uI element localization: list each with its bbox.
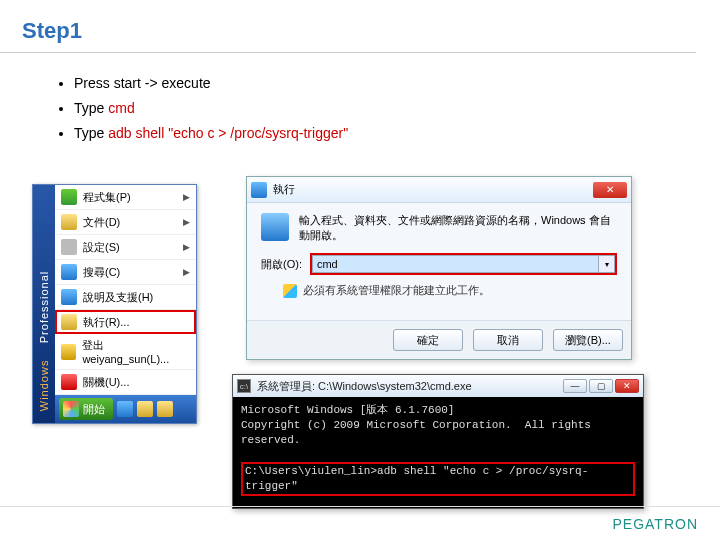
settings-icon [61,239,77,255]
chevron-right-icon: ▶ [183,192,190,202]
instructions: Press start -> execute Type cmd Type adb… [0,53,720,147]
cmd-title: 系統管理員: C:\Windows\system32\cmd.exe [257,379,472,394]
run-titlebar: 執行 ✕ [247,177,631,203]
close-button[interactable]: ✕ [615,379,639,393]
minimize-button[interactable]: — [563,379,587,393]
menu-item-programs[interactable]: 程式集(P)▶ [55,185,196,210]
chevron-right-icon: ▶ [183,267,190,277]
page-title: Step1 [0,0,696,53]
brand-logo: PEGATRON [612,516,698,532]
menu-item-shutdown[interactable]: 關機(U)... [55,370,196,395]
close-button[interactable]: ✕ [593,182,627,198]
instruction-1: Press start -> execute [74,71,720,96]
run-dialog-icon [251,182,267,198]
cmd-icon: c:\ [237,379,251,393]
dropdown-button[interactable]: ▾ [599,255,615,273]
run-app-icon [261,213,289,241]
menu-item-search[interactable]: 搜尋(C)▶ [55,260,196,285]
start-menu-banner: Windows Professional [33,185,55,423]
cancel-button[interactable]: 取消 [473,329,543,351]
browse-button[interactable]: 瀏覽(B)... [553,329,623,351]
taskbar-app-icon[interactable] [137,401,153,417]
start-menu: Windows Professional 程式集(P)▶ 文件(D)▶ 設定(S… [32,184,197,424]
menu-item-settings[interactable]: 設定(S)▶ [55,235,196,260]
taskbar-app-icon[interactable] [117,401,133,417]
cmd-input-highlight: C:\Users\yiulen_lin>adb shell "echo c > … [241,462,635,496]
chevron-right-icon: ▶ [183,217,190,227]
chevron-right-icon: ▶ [183,242,190,252]
shutdown-icon [61,374,77,390]
menu-item-documents[interactable]: 文件(D)▶ [55,210,196,235]
menu-item-help[interactable]: 說明及支援(H) [55,285,196,310]
taskbar-app-icon[interactable] [157,401,173,417]
open-input[interactable] [312,255,599,273]
footer: PEGATRON [0,506,720,540]
run-dialog: 執行 ✕ 輸入程式、資料夾、文件或網際網路資源的名稱，Windows 會自動開啟… [246,176,632,360]
taskbar: 開始 [55,395,196,423]
ok-button[interactable]: 確定 [393,329,463,351]
open-label: 開啟(O): [261,257,302,272]
cmd-output[interactable]: Microsoft Windows [版本 6.1.7600] Copyrigh… [233,397,643,508]
cmd-titlebar: c:\ 系統管理員: C:\Windows\system32\cmd.exe —… [233,375,643,397]
programs-icon [61,189,77,205]
menu-item-run[interactable]: 執行(R)... [55,310,196,334]
search-icon [61,264,77,280]
help-icon [61,289,77,305]
instruction-2: Type cmd [74,96,720,121]
cmd-window: c:\ 系統管理員: C:\Windows\system32\cmd.exe —… [232,374,644,509]
menu-item-logoff[interactable]: 登出 weiyang_sun(L)... [55,334,196,370]
windows-logo-icon [63,401,79,417]
admin-warning: 必須有系統管理權限才能建立此工作。 [283,283,617,298]
shield-icon [283,284,297,298]
instruction-3: Type adb shell "echo c > /proc/sysrq-tri… [74,121,720,146]
documents-icon [61,214,77,230]
run-description: 輸入程式、資料夾、文件或網際網路資源的名稱，Windows 會自動開啟。 [299,213,617,243]
logoff-icon [61,344,76,360]
start-button[interactable]: 開始 [59,398,113,420]
run-icon [61,314,77,330]
open-field-highlight: ▾ [310,253,617,275]
maximize-button[interactable]: ▢ [589,379,613,393]
run-title: 執行 [273,182,295,197]
